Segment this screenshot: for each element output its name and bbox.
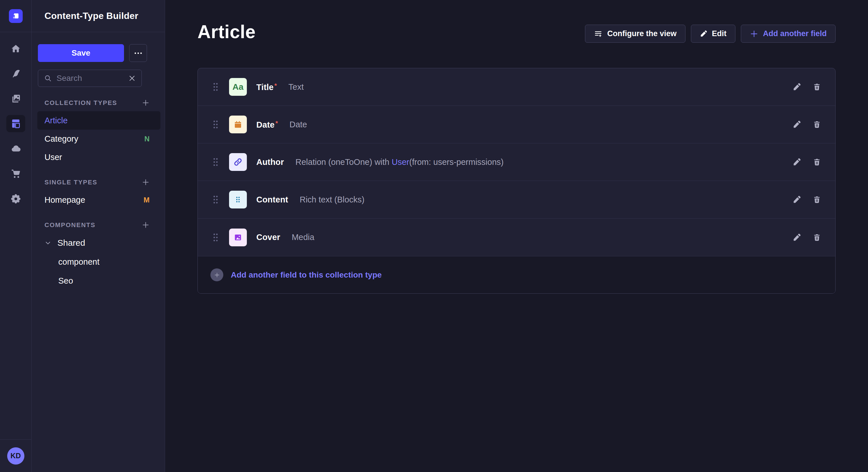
sidebar-item-homepage[interactable]: Homepage M — [37, 191, 160, 209]
relation-target-link[interactable]: User — [392, 158, 409, 167]
add-component-button[interactable] — [142, 221, 150, 229]
plugin-sidebar: Content-Type Builder Save COLLECTION TYP… — [32, 0, 165, 472]
save-button[interactable]: Save — [38, 44, 124, 62]
field-type: Date — [289, 120, 307, 129]
add-collection-type-button[interactable] — [142, 99, 150, 107]
plus-icon — [142, 99, 150, 107]
page-title: Article — [197, 21, 256, 43]
fields-table: Aa Title* Text Date* Date — [197, 68, 836, 294]
drag-handle[interactable] — [212, 232, 219, 243]
page-header: Article Configure the view Edit Add anot… — [197, 21, 836, 43]
date-field-icon — [229, 115, 247, 133]
edit-field-button[interactable] — [793, 82, 801, 91]
text-field-icon: Aa — [229, 78, 247, 96]
nav-marketplace[interactable] — [6, 165, 25, 182]
field-type: Relation (oneToOne) with User(from: user… — [296, 158, 503, 167]
field-row-cover: Cover Media — [198, 218, 835, 256]
modified-badge: M — [144, 196, 150, 204]
delete-field-button[interactable] — [813, 121, 821, 129]
rail-footer: KD — [0, 439, 31, 472]
field-row-author: Author Relation (oneToOne) with User(fro… — [198, 143, 835, 181]
nav-cloud[interactable] — [6, 140, 25, 157]
edit-field-button[interactable] — [793, 158, 801, 166]
search-box[interactable] — [38, 70, 142, 87]
more-actions-button[interactable] — [129, 44, 147, 62]
pencil-icon — [793, 82, 801, 91]
cloud-icon — [10, 143, 21, 154]
nav-settings[interactable] — [6, 190, 25, 207]
drag-handle[interactable] — [212, 81, 219, 93]
feather-pen-icon — [11, 69, 21, 78]
main-content: Article Configure the view Edit Add anot… — [165, 0, 868, 472]
sidebar-item-article[interactable]: Article — [37, 111, 160, 130]
strapi-logo[interactable] — [9, 9, 23, 23]
single-types-header: SINGLE TYPES — [37, 178, 160, 186]
nav-home[interactable] — [6, 40, 25, 57]
edit-button[interactable]: Edit — [691, 25, 735, 43]
drag-handle[interactable] — [212, 194, 219, 205]
drag-handle[interactable] — [212, 119, 219, 130]
edit-label: Edit — [712, 29, 726, 38]
sidebar-item-category[interactable]: Category N — [37, 130, 160, 148]
configure-view-button[interactable]: Configure the view — [585, 25, 685, 43]
strapi-logo-icon — [12, 12, 20, 20]
field-type: Rich text (Blocks) — [300, 195, 365, 204]
field-type: Media — [291, 233, 314, 242]
home-icon — [11, 44, 21, 54]
drag-handle[interactable] — [212, 156, 219, 168]
content-type-builder-icon — [10, 118, 21, 129]
add-field-row[interactable]: Add another field to this collection typ… — [198, 256, 835, 293]
trash-icon — [813, 158, 821, 166]
delete-field-button[interactable] — [813, 83, 821, 91]
item-label: Homepage — [44, 195, 85, 205]
trash-icon — [813, 121, 821, 129]
shopping-cart-icon — [11, 168, 21, 179]
required-asterisk: * — [274, 82, 277, 89]
sidebar-header: Content-Type Builder — [32, 0, 165, 32]
trash-icon — [813, 233, 821, 241]
required-asterisk: * — [276, 120, 278, 127]
clear-search-icon[interactable] — [128, 74, 136, 82]
field-name: Cover — [256, 233, 280, 242]
delete-field-button[interactable] — [813, 158, 821, 166]
edit-field-button[interactable] — [793, 120, 801, 129]
item-label: User — [44, 153, 62, 162]
delete-field-button[interactable] — [813, 196, 821, 204]
components-label: COMPONENTS — [44, 222, 96, 229]
edit-field-button[interactable] — [793, 233, 801, 242]
media-library-icon — [11, 94, 21, 104]
configure-list-icon — [594, 30, 602, 38]
sidebar-item-user[interactable]: User — [37, 148, 160, 166]
media-field-icon — [229, 229, 247, 246]
add-field-row-label: Add another field to this collection typ… — [231, 270, 382, 279]
plus-icon — [142, 178, 150, 186]
item-label: Category — [44, 134, 79, 144]
search-input[interactable] — [57, 74, 124, 83]
plus-icon — [750, 30, 758, 38]
nav-content-manager[interactable] — [6, 65, 25, 82]
rail-nav — [0, 32, 31, 439]
sidebar-actions: Save — [37, 44, 160, 62]
pencil-icon — [793, 195, 801, 204]
edit-field-button[interactable] — [793, 195, 801, 204]
pencil-icon — [700, 30, 707, 38]
nav-content-type-builder[interactable] — [6, 115, 25, 132]
ellipsis-icon — [135, 53, 136, 54]
sidebar-item-component[interactable]: component — [37, 252, 160, 271]
user-avatar[interactable]: KD — [7, 447, 24, 465]
add-another-field-button[interactable]: Add another field — [741, 25, 836, 43]
pencil-icon — [793, 233, 801, 242]
add-single-type-button[interactable] — [142, 178, 150, 186]
pencil-icon — [793, 158, 801, 166]
collection-types-label: COLLECTION TYPES — [44, 99, 117, 107]
nav-media-library[interactable] — [6, 90, 25, 107]
sidebar-item-seo[interactable]: Seo — [37, 271, 160, 290]
delete-field-button[interactable] — [813, 233, 821, 241]
sidebar-body: Save COLLECTION TYPES Article — [32, 32, 165, 290]
item-label: Seo — [58, 276, 73, 285]
component-group-shared[interactable]: Shared — [37, 233, 160, 252]
relation-field-icon — [229, 153, 247, 171]
blocks-field-icon — [229, 191, 247, 208]
single-types-label: SINGLE TYPES — [44, 179, 97, 186]
header-actions: Configure the view Edit Add another fiel… — [585, 25, 836, 43]
